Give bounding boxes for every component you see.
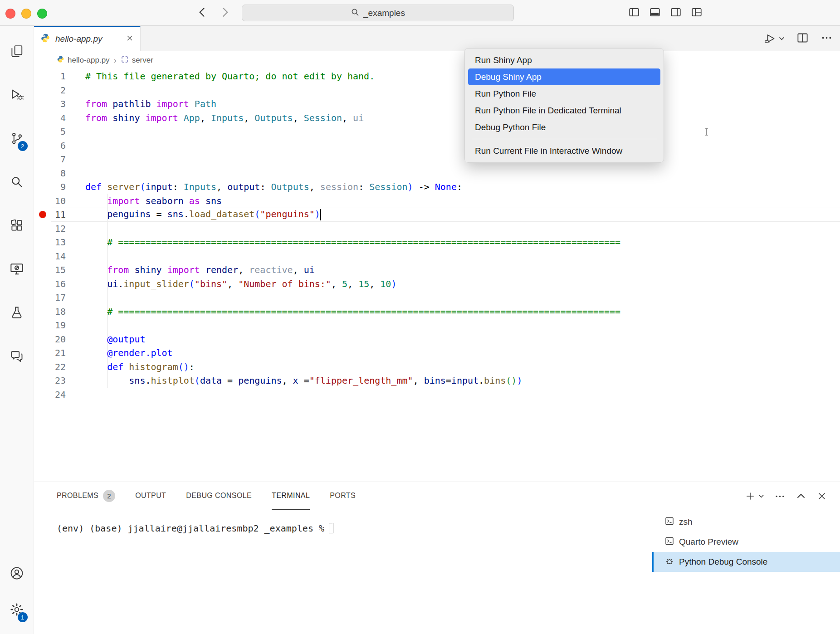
gutter[interactable]: [34, 360, 51, 374]
menu-item-run-python-file[interactable]: Run Python File: [468, 85, 660, 102]
run-or-debug-button[interactable]: [764, 32, 785, 45]
gutter[interactable]: [34, 152, 51, 166]
terminal-list-label: Python Debug Console: [679, 557, 767, 567]
breakpoint-dot[interactable]: [39, 211, 46, 218]
toggle-primary-sidebar-icon[interactable]: [628, 6, 640, 18]
gutter[interactable]: [34, 374, 51, 388]
minimize-window-button[interactable]: [21, 9, 31, 19]
code-line-5: 5: [34, 125, 840, 139]
activity-item-remote-explorer[interactable]: [0, 248, 34, 292]
line-text: def histogram():: [66, 361, 195, 372]
terminal-cursor: [329, 523, 333, 533]
terminal-list-item-quarto-preview[interactable]: Quarto Preview: [652, 532, 840, 552]
zoom-window-button[interactable]: [37, 9, 47, 19]
code-line-1: 1# This file generated by Quarto; do not…: [34, 69, 840, 83]
gutter[interactable]: [34, 332, 51, 346]
gutter[interactable]: [34, 388, 51, 402]
code-line-15: 15 from shiny import render, reactive, u…: [34, 263, 840, 277]
gutter[interactable]: [34, 263, 51, 277]
gutter[interactable]: [34, 69, 51, 83]
panel-tab-problems[interactable]: PROBLEMS2: [57, 482, 115, 510]
line-number: 3: [51, 98, 66, 109]
code-editor[interactable]: 1# This file generated by Quarto; do not…: [34, 69, 840, 482]
menu-item-debug-python-file[interactable]: Debug Python File: [468, 119, 660, 136]
gutter[interactable]: [34, 249, 51, 263]
forward-button[interactable]: [219, 6, 231, 20]
menu-separator: [472, 139, 657, 139]
panel-tab-terminal[interactable]: TERMINAL: [272, 482, 310, 510]
activity-item-accounts[interactable]: [0, 556, 34, 592]
activity-item-source-control[interactable]: 2: [0, 117, 34, 161]
terminal-viewport[interactable]: (env) (base) jjallaire@jjallairesmbp2 _e…: [34, 510, 652, 634]
gutter[interactable]: [34, 235, 51, 249]
code-line-7: 7: [34, 152, 840, 166]
activity-item-extensions[interactable]: [0, 205, 34, 248]
split-editor-icon[interactable]: [796, 32, 809, 46]
code-line-24: 24: [34, 388, 840, 402]
menu-item-run-current-file-in-interactive-window[interactable]: Run Current File in Interactive Window: [468, 142, 660, 159]
gutter[interactable]: [34, 305, 51, 319]
code-line-19: 19: [34, 318, 840, 332]
line-number: 1: [51, 71, 66, 82]
gutter[interactable]: [34, 125, 51, 139]
activity-item-testing[interactable]: [0, 292, 34, 335]
panel-tab-label: OUTPUT: [135, 492, 166, 500]
activity-item-run-and-debug[interactable]: [0, 74, 34, 117]
line-number: 24: [51, 389, 66, 400]
line-number: 22: [51, 361, 66, 372]
panel-tab-debug-console[interactable]: DEBUG CONSOLE: [186, 482, 252, 510]
new-terminal-button[interactable]: [745, 491, 764, 502]
customize-layout-icon[interactable]: [691, 6, 703, 18]
gutter[interactable]: [34, 180, 51, 194]
gutter[interactable]: [34, 318, 51, 332]
command-center-search[interactable]: _examples: [242, 5, 514, 21]
gutter[interactable]: [34, 291, 51, 305]
tab-hello-app-py[interactable]: hello-app.py: [34, 26, 141, 51]
menu-item-run-shiny-app[interactable]: Run Shiny App: [468, 52, 660, 68]
titlebar: _examples: [0, 0, 840, 26]
gutter[interactable]: [34, 83, 51, 98]
gutter[interactable]: [34, 277, 51, 291]
back-button[interactable]: [196, 6, 209, 20]
gutter[interactable]: [34, 222, 51, 236]
code-line-21: 21 @render.plot: [34, 346, 840, 360]
terminal-list-item-zsh[interactable]: zsh: [652, 512, 840, 532]
terminal-list-item-python-debug-console[interactable]: Python Debug Console: [652, 552, 840, 572]
activity-item-explorer[interactable]: [0, 30, 34, 74]
activity-item-search[interactable]: [0, 161, 34, 205]
line-number: 10: [51, 195, 66, 206]
toggle-secondary-sidebar-icon[interactable]: [670, 6, 682, 18]
python-file-icon: [40, 33, 50, 45]
panel-more-actions-icon[interactable]: [774, 491, 786, 502]
gutter[interactable]: [34, 194, 51, 208]
close-panel-icon[interactable]: [816, 491, 827, 502]
gutter[interactable]: [34, 346, 51, 360]
more-actions-icon[interactable]: [820, 32, 833, 46]
line-number: 21: [51, 347, 66, 358]
panel-tab-output[interactable]: OUTPUT: [135, 482, 166, 510]
close-tab-icon[interactable]: [126, 34, 134, 44]
breadcrumb-symbol[interactable]: server: [121, 55, 153, 66]
settings-badge: 1: [18, 612, 28, 622]
maximize-panel-icon[interactable]: [796, 491, 806, 502]
gutter[interactable]: [34, 111, 51, 125]
line-number: 11: [51, 209, 66, 220]
gutter[interactable]: [34, 97, 51, 111]
breadcrumb-file[interactable]: hello-app.py: [57, 55, 110, 65]
gutter[interactable]: [34, 208, 51, 222]
gutter[interactable]: [34, 139, 51, 153]
mouse-ibeam-cursor: [703, 127, 710, 139]
activity-item-settings[interactable]: 1: [0, 592, 34, 629]
gutter[interactable]: [34, 166, 51, 180]
code-line-12: 12: [34, 222, 840, 236]
text-cursor: [320, 209, 321, 220]
panel-tab-ports[interactable]: PORTS: [330, 482, 356, 510]
toggle-panel-icon[interactable]: [649, 6, 661, 18]
menu-item-run-python-file-in-dedicated-terminal[interactable]: Run Python File in Dedicated Terminal: [468, 102, 660, 119]
close-window-button[interactable]: [5, 9, 15, 19]
run-menu: Run Shiny AppDebug Shiny AppRun Python F…: [464, 48, 664, 163]
line-number: 20: [51, 334, 66, 345]
bottom-panel: PROBLEMS2OUTPUTDEBUG CONSOLETERMINALPORT…: [34, 482, 840, 634]
menu-item-debug-shiny-app[interactable]: Debug Shiny App: [468, 68, 660, 85]
activity-item-comments[interactable]: [0, 335, 34, 379]
